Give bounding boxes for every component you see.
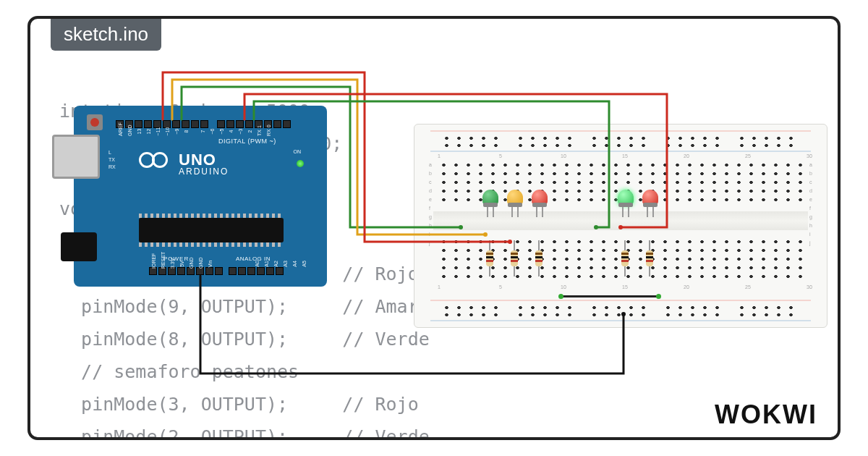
pin-labels-digital: AREFGND1312~11~10~987~6~54~32TX 1RX 0 — [116, 129, 273, 134]
resistor-4[interactable] — [621, 240, 629, 276]
breadboard[interactable]: 151015202530 151015202530 abcdefghij abc… — [414, 124, 827, 328]
row-letters-left: abcdefghij — [429, 161, 432, 248]
column-numbers-bottom: 151015202530 — [438, 284, 804, 290]
resistor-1[interactable] — [486, 240, 493, 276]
resistor-2[interactable] — [511, 240, 518, 276]
column-numbers-top: 151015202530 — [438, 153, 804, 159]
led-ped-red[interactable] — [642, 190, 658, 211]
wokwi-logo: WOKWI — [715, 400, 817, 430]
section-label-analog: ANALOG IN — [236, 256, 271, 262]
txrx-labels: L TX RX — [109, 149, 116, 171]
arduino-logo: UNO ARDUINO — [139, 151, 229, 177]
led-ped-green[interactable] — [618, 190, 634, 211]
resistor-5[interactable] — [646, 240, 653, 276]
power-led-label: ON — [294, 149, 302, 154]
led-car-green[interactable] — [482, 190, 498, 211]
app-frame: sketch.ino int tiempoCoches = 5000; int … — [27, 16, 841, 440]
led-car-red[interactable] — [532, 190, 548, 211]
power-rail-top[interactable] — [430, 130, 811, 152]
led-car-yellow[interactable] — [507, 190, 523, 211]
resistor-3[interactable] — [535, 240, 542, 276]
power-rail-bottom[interactable] — [430, 300, 811, 321]
breadboard-jumper-gnd[interactable] — [561, 295, 659, 297]
section-label-digital: DIGITAL (PWM ~) — [218, 138, 276, 145]
infinity-icon — [139, 152, 172, 168]
usb-port — [52, 135, 100, 179]
arduino-uno-board[interactable]: AREFGND1312~11~10~987~6~54~32TX 1RX 0 IO… — [74, 106, 327, 287]
file-tab[interactable]: sketch.ino — [51, 17, 161, 51]
pin-labels-power-analog: IOREFRESET3.3V5VGNDGNDVinA0A1A2A3A4A5 — [149, 261, 309, 266]
atmega-chip — [139, 218, 284, 242]
file-tab-label: sketch.ino — [64, 23, 148, 45]
barrel-jack — [61, 232, 97, 261]
brand-label: ARDUINO — [179, 166, 229, 177]
reset-button[interactable] — [87, 114, 103, 130]
row-letters-right: abcdefghij — [809, 161, 812, 248]
section-label-power: POWER — [163, 256, 189, 262]
power-led-icon — [297, 160, 304, 167]
